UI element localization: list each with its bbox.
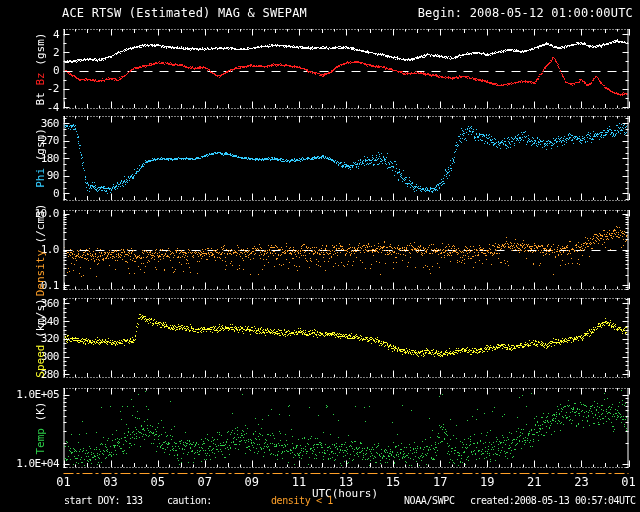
- x-tick-label: 15: [378, 475, 408, 489]
- x-tick-label: 19: [472, 475, 502, 489]
- x-tick-label: 01: [49, 475, 79, 489]
- caution-value: density < 1: [271, 495, 333, 506]
- y-tick-label: 0: [13, 187, 59, 200]
- figure-title: ACE RTSW (Estimated) MAG & SWEPAM: [62, 6, 307, 20]
- begin-timestamp: Begin: 2008-05-12 01:00:00UTC: [418, 6, 633, 20]
- y-tick-label: 1.0E+05: [13, 388, 59, 401]
- x-tick-label: 17: [425, 475, 455, 489]
- axis-title-part: (K): [34, 401, 47, 428]
- plot-canvas: [0, 0, 640, 512]
- axis-title-part: Temp: [34, 428, 47, 455]
- density-axis-title: Density (/cm3): [34, 203, 47, 296]
- start-doy-label: start DOY: 133: [64, 495, 143, 506]
- x-tick-label: 21: [519, 475, 549, 489]
- axis-title-part: (gsm): [34, 128, 47, 168]
- axis-title-part: Speed: [34, 344, 47, 377]
- axis-title-part: (km/s): [34, 298, 47, 344]
- x-tick-label: 13: [331, 475, 361, 489]
- magnetic-field-axis-title: Bt Bz (gsm): [34, 32, 47, 105]
- x-tick-label: 05: [143, 475, 173, 489]
- x-tick-label: 01: [614, 475, 640, 489]
- axis-title-part: (gsm): [34, 32, 47, 72]
- axis-title-part: Density: [34, 250, 47, 296]
- axis-title-part: Phi: [34, 168, 47, 188]
- axis-title-part: Bt: [34, 85, 47, 105]
- temperature-axis-title: Temp (K): [34, 401, 47, 454]
- agency-label: NOAA/SWPC: [404, 495, 455, 506]
- caution-label: caution:: [167, 495, 212, 506]
- ace-rtsw-figure: ACE RTSW (Estimated) MAG & SWEPAM Begin:…: [0, 0, 640, 512]
- x-tick-label: 03: [96, 475, 126, 489]
- speed-axis-title: Speed (km/s): [34, 298, 47, 377]
- y-tick-label: 1.0E+04: [13, 457, 59, 470]
- x-tick-label: 11: [284, 475, 314, 489]
- x-tick-label: 09: [237, 475, 267, 489]
- axis-title-part: (/cm3): [34, 203, 47, 249]
- x-tick-label: 07: [190, 475, 220, 489]
- axis-title-part: Bz: [34, 72, 47, 85]
- x-tick-label: 23: [566, 475, 596, 489]
- phi-angle-axis-title: Phi (gsm): [34, 128, 47, 188]
- created-timestamp: created:2008-05-13 00:57:04UTC: [470, 495, 636, 506]
